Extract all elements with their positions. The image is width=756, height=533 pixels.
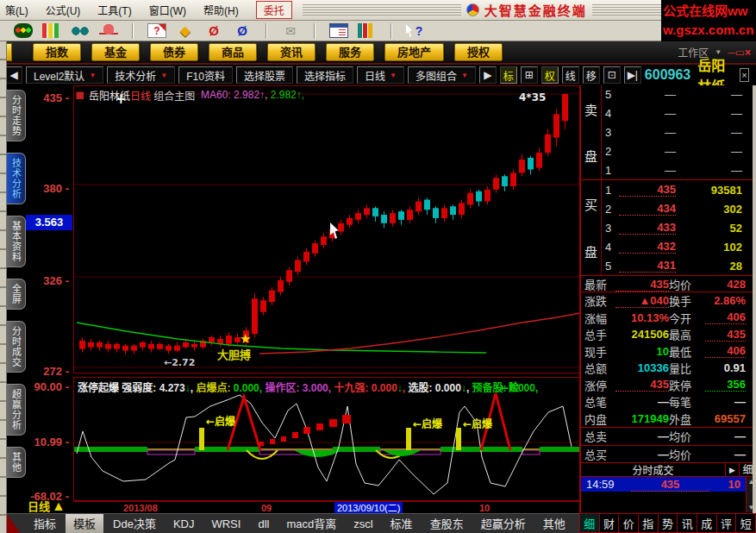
stat-value: 2.86%	[705, 294, 746, 307]
nav-button-日线[interactable]: 日线▼	[357, 66, 404, 84]
nav-tool-5[interactable]: 移	[583, 66, 600, 84]
sidebar-item-技术分析[interactable]: 技术分析	[7, 153, 26, 204]
stat-label: 总买	[584, 446, 615, 462]
toolbar-separator	[390, 23, 392, 39]
indicator-axis-label: 10.99	[26, 436, 69, 448]
nav-tool-2[interactable]: ⊞	[521, 66, 538, 84]
stripe-bars-icon[interactable]	[42, 23, 61, 38]
bottom-tab-KDJ[interactable]: KDJ	[166, 514, 203, 533]
period-selector[interactable]: 日线 ▲	[28, 498, 66, 514]
bottom-tab-WRSI[interactable]: WRSI	[203, 514, 248, 533]
price-plot[interactable]: ★大胆搏←2.724*35+	[73, 85, 581, 373]
stat-label: 涨幅	[584, 310, 615, 326]
bottom-tab-zscl[interactable]: zscl	[346, 514, 380, 533]
nav-button-选择指标[interactable]: 选择指标	[297, 66, 353, 84]
bottom-tab-dll[interactable]: dll	[250, 514, 277, 533]
mini-tab-成[interactable]: 成	[697, 513, 717, 533]
menu-item-weituo[interactable]: 委托	[256, 1, 292, 19]
stat-row: 总卖—均价—	[581, 427, 756, 445]
menu-item[interactable]: 帮助(H)	[203, 5, 239, 17]
indicator-plot[interactable]: ←启爆←启爆←启爆←险	[73, 377, 581, 501]
bottom-tab-Dde决策[interactable]: Dde决策	[105, 514, 164, 533]
nav-tool-6[interactable]: ⊡	[603, 66, 621, 84]
market-tab-指数[interactable]: 指数	[33, 43, 81, 61]
level-price: —	[619, 126, 676, 139]
sidebar-item-分时成交[interactable]: 分时成交	[7, 321, 26, 373]
nav-button-多图组合[interactable]: 多图组合▼	[408, 66, 476, 84]
nav-button-选择股票[interactable]: 选择股票	[236, 66, 293, 84]
nav-forward-button[interactable]: ▶	[479, 66, 497, 84]
bottom-tab-标准[interactable]: 标准	[383, 514, 421, 533]
nav-tool-1[interactable]: 标	[500, 66, 517, 84]
mail-icon[interactable]: ✉	[281, 23, 300, 38]
market-tab-商品[interactable]: 商品	[209, 43, 257, 61]
stat-row: 内盘171949外盘69557	[581, 411, 756, 428]
nav-tool-7[interactable]: ▶|	[624, 66, 641, 84]
sidebar-item-分时走势[interactable]: 分时走势	[7, 90, 26, 141]
chart-title-segment: 日线	[130, 88, 151, 103]
menu-item[interactable]: 窗口(W)	[149, 5, 186, 17]
menu-item[interactable]: 策(L)	[5, 5, 28, 17]
mini-tab-财[interactable]: 财	[600, 513, 620, 533]
mini-tab-价[interactable]: 价	[619, 513, 639, 533]
titlebar-grip	[303, 4, 461, 16]
ticker-row[interactable]: 14:5943510	[581, 477, 756, 492]
mini-tab-细[interactable]: 细	[579, 513, 600, 533]
chart-marker-icon	[76, 91, 84, 99]
nav-button-技术分析[interactable]: 技术分析▼	[107, 66, 175, 84]
nav-button-Level2默认[interactable]: Level2默认▼	[26, 66, 103, 84]
mini-tab-指[interactable]: 指	[639, 513, 659, 533]
mini-tab-评[interactable]: 评	[717, 513, 737, 533]
flag-question-icon[interactable]: ?	[147, 23, 166, 38]
level-volume: —	[676, 88, 756, 101]
app-logo-icon	[466, 3, 479, 16]
level-number: 3	[602, 126, 619, 139]
bottom-tab-其他[interactable]: 其他	[535, 514, 573, 533]
axis-cursor-value: 3.563	[26, 215, 72, 230]
sidebar-item-其他[interactable]: 其他	[7, 447, 26, 478]
mini-tab-讯[interactable]: 讯	[678, 513, 697, 533]
help-pointer-icon[interactable]: ?	[406, 23, 425, 38]
binoculars-icon[interactable]	[71, 23, 90, 38]
play-icon[interactable]: ▶	[725, 463, 739, 476]
stat-label: 现手	[584, 343, 615, 360]
nav-back-button[interactable]: ◀	[5, 66, 22, 84]
market-tab-基金[interactable]: 基金	[91, 43, 140, 61]
sidebar-item-基本资料[interactable]: 基本资料	[7, 216, 26, 267]
sidebar-item-超赢分析[interactable]: 超赢分析	[7, 384, 26, 436]
sidebar-item-全屏[interactable]: 全屏	[7, 279, 26, 310]
market-tab-授权[interactable]: 授权	[454, 43, 503, 61]
phone-red-icon[interactable]: Ø	[204, 23, 223, 38]
market-tab-房地产[interactable]: 房地产	[384, 43, 444, 61]
menu-item[interactable]: 公式(U)	[46, 5, 81, 17]
bottom-tab-超赢分析[interactable]: 超赢分析	[473, 514, 534, 533]
indicator-header-segment: 选股: 0.000	[409, 382, 461, 394]
level-volume: —	[676, 145, 756, 158]
bottom-tab-macd背离[interactable]: macd背离	[278, 514, 344, 533]
close-icon[interactable]: ×	[740, 68, 749, 82]
menu-item[interactable]: 工具(T)	[97, 5, 131, 17]
bottom-tab-查股东[interactable]: 查股东	[422, 514, 472, 533]
traffic-light-icon[interactable]	[14, 23, 33, 38]
level-number: 5	[602, 260, 619, 273]
nav-button-F10资料[interactable]: F10资料	[178, 66, 233, 84]
nav-tool-3[interactable]: 权	[541, 66, 559, 84]
bottom-tab-模板[interactable]: 模板	[66, 514, 103, 533]
nav-tool-4[interactable]: 线	[562, 66, 579, 84]
bottom-tab-指标[interactable]: 指标	[26, 514, 64, 533]
layout-window-icon[interactable]	[329, 23, 348, 38]
book-side-char: 买	[584, 195, 597, 213]
market-tab-资讯[interactable]: 资讯	[267, 43, 316, 61]
mini-tab-势[interactable]: 势	[659, 513, 678, 533]
bell-icon[interactable]	[99, 23, 118, 38]
market-tab-债券[interactable]: 债券	[150, 43, 198, 61]
stat-label: 今开	[669, 310, 705, 326]
stat-row: 总买—均价—	[581, 445, 756, 463]
mini-tab-短[interactable]: 短	[736, 513, 756, 533]
phone-blue-icon[interactable]: Ø	[233, 23, 252, 38]
diamond-icon[interactable]: ◆	[176, 23, 195, 38]
books-icon[interactable]	[358, 23, 377, 38]
market-tab-服务[interactable]: 服务	[326, 43, 374, 61]
stat-value: ▲040	[615, 294, 669, 308]
indicator-canvas: ←启爆←启爆←启爆←险	[74, 378, 580, 500]
